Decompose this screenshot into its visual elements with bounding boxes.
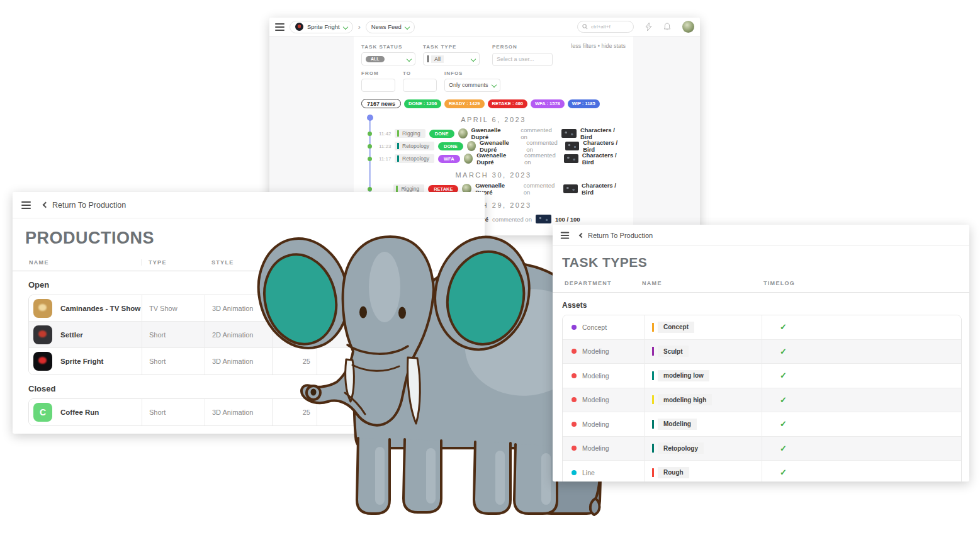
- feed-item[interactable]: 11:23 Retopology DONE Gwenaelle Dupré co…: [379, 140, 626, 152]
- entity-name[interactable]: Characters / Bird: [583, 139, 626, 153]
- search-placeholder: ctrl+alt+f: [591, 24, 611, 30]
- department-color-dot: [572, 373, 577, 378]
- timelog-check-icon[interactable]: ✓: [780, 444, 787, 453]
- author-name[interactable]: Gwenaelle Dupré: [471, 127, 517, 140]
- entity-thumbnail[interactable]: [565, 142, 579, 150]
- to-input[interactable]: [403, 79, 437, 92]
- task-type-row[interactable]: Modeling Retopology ✓: [563, 437, 961, 461]
- filter-toggle-links[interactable]: less filters • hide stats: [571, 43, 626, 49]
- production-select[interactable]: Sprite Fright: [290, 21, 353, 33]
- action-text: commented on: [492, 216, 532, 223]
- menu-icon[interactable]: [275, 23, 284, 31]
- production-name[interactable]: Coffee Run: [60, 408, 99, 416]
- task-type-color-bar: [652, 468, 654, 477]
- department-color-dot: [572, 349, 577, 354]
- task-type-pill[interactable]: Rough: [652, 467, 689, 478]
- feed-item[interactable]: 11:42 Rigging DONE Gwenaelle Dupré comme…: [379, 127, 626, 140]
- task-type-row[interactable]: Concept Concept ✓: [563, 315, 961, 340]
- production-type: Short: [142, 348, 205, 374]
- task-type-color-bar: [652, 347, 654, 356]
- from-input[interactable]: [361, 79, 395, 92]
- page-title: TASK TYPES: [562, 255, 969, 270]
- flash-icon[interactable]: [645, 23, 652, 31]
- task-type-color-bar: [652, 371, 654, 380]
- chevron-down-icon: [407, 56, 412, 61]
- feed-item[interactable]: 11:17 Retopology WFA Gwenaelle Dupré com…: [379, 152, 626, 165]
- production-select-value: Sprite Fright: [307, 23, 340, 30]
- to-label: TO: [403, 70, 437, 76]
- status-count-badge[interactable]: WFA : 1578: [531, 99, 565, 108]
- task-type-pill: Rigging: [395, 129, 425, 138]
- user-avatar[interactable]: [682, 21, 694, 33]
- department-color-dot: [572, 325, 577, 330]
- author-avatar: [467, 141, 476, 151]
- status-count-badge[interactable]: READY : 1429: [444, 99, 484, 108]
- page-select[interactable]: News Feed: [366, 21, 415, 33]
- task-type-row[interactable]: Line Rough ✓: [563, 461, 961, 482]
- timelog-check-icon[interactable]: ✓: [780, 395, 787, 405]
- status-count-badge[interactable]: RETAKE : 460: [488, 99, 527, 108]
- entity-name[interactable]: Characters / Bird: [582, 182, 626, 196]
- timelog-check-icon[interactable]: ✓: [780, 468, 787, 477]
- column-name[interactable]: NAME: [634, 280, 752, 286]
- section-assets-label: Assets: [562, 301, 969, 310]
- task-type-row[interactable]: Modeling Sculpt ✓: [563, 340, 961, 364]
- timelog-check-icon[interactable]: ✓: [780, 322, 787, 332]
- elephant-eye: [398, 307, 406, 319]
- search-input[interactable]: ctrl+alt+f: [577, 21, 634, 33]
- task-type-pill[interactable]: Sculpt: [652, 346, 689, 357]
- feed-time: 11:17: [379, 156, 391, 162]
- back-to-production-link[interactable]: Return To Production: [43, 201, 126, 210]
- task-type-pill: Retopology: [395, 154, 434, 163]
- chevron-down-icon: [343, 24, 348, 29]
- menu-icon[interactable]: [21, 201, 31, 209]
- production-name[interactable]: Caminandes - TV Show: [60, 305, 140, 312]
- task-type-pill[interactable]: modeling low: [652, 370, 709, 381]
- entity-name[interactable]: Characters / Bird: [582, 152, 626, 166]
- author-name[interactable]: Gwenaelle Dupré: [480, 139, 522, 153]
- entity-name[interactable]: Characters / Bird: [580, 127, 626, 140]
- task-type-pill[interactable]: Concept: [652, 322, 694, 333]
- production-name[interactable]: Settler: [60, 331, 83, 339]
- entity-thumbnail[interactable]: [536, 215, 551, 223]
- column-name[interactable]: NAME: [13, 259, 142, 266]
- back-to-production-link[interactable]: Return To Production: [580, 232, 653, 239]
- entity-thumbnail[interactable]: [563, 184, 578, 193]
- feed-time: 11:23: [379, 144, 391, 149]
- from-label: FROM: [361, 70, 395, 76]
- cartoon-elephant-illustration: [251, 230, 603, 520]
- timelog-check-icon[interactable]: ✓: [780, 419, 787, 429]
- column-timelog[interactable]: TIMELOG: [752, 280, 795, 286]
- author-name[interactable]: Gwenaelle Dupré: [476, 152, 521, 166]
- bell-icon[interactable]: [663, 23, 671, 31]
- task-type-select[interactable]: All: [423, 52, 480, 65]
- department-name: Modeling: [582, 420, 609, 428]
- task-type-row[interactable]: Modeling modeling low ✓: [563, 364, 961, 388]
- production-name[interactable]: Sprite Fright: [60, 358, 103, 365]
- task-type-row[interactable]: Modeling modeling high ✓: [563, 388, 961, 413]
- news-topbar: Sprite Fright › News Feed ctrl+alt+f: [269, 18, 700, 37]
- task-type-name: Rough: [658, 467, 689, 478]
- status-count-badge[interactable]: DONE : 1206: [404, 99, 441, 108]
- task-status-select[interactable]: ALL: [361, 52, 415, 65]
- task-type-pill[interactable]: Modeling: [652, 419, 697, 430]
- entity-name[interactable]: 100 / 100: [555, 216, 580, 223]
- entity-thumbnail[interactable]: [564, 154, 578, 163]
- feed-date-heading: MARCH 30, 2023: [361, 171, 626, 179]
- menu-icon[interactable]: [561, 232, 570, 239]
- department-color-dot: [572, 397, 577, 402]
- status-count-badge[interactable]: WIP : 1185: [568, 99, 600, 108]
- task-color-bar: [397, 155, 399, 162]
- column-type[interactable]: TYPE: [142, 259, 205, 266]
- task-type-pill[interactable]: Retopology: [652, 442, 704, 454]
- timelog-check-icon[interactable]: ✓: [780, 371, 787, 380]
- infos-select[interactable]: Only comments: [444, 79, 500, 92]
- task-type-row[interactable]: Modeling Modeling ✓: [563, 412, 961, 437]
- column-department[interactable]: DEPARTMENT: [553, 280, 634, 286]
- entity-thumbnail[interactable]: [561, 129, 577, 138]
- task-type-pill[interactable]: modeling high: [652, 394, 712, 405]
- timelog-check-icon[interactable]: ✓: [780, 347, 787, 356]
- timeline-dot: [368, 157, 372, 161]
- department-color-dot: [572, 446, 577, 451]
- person-input[interactable]: [492, 53, 553, 66]
